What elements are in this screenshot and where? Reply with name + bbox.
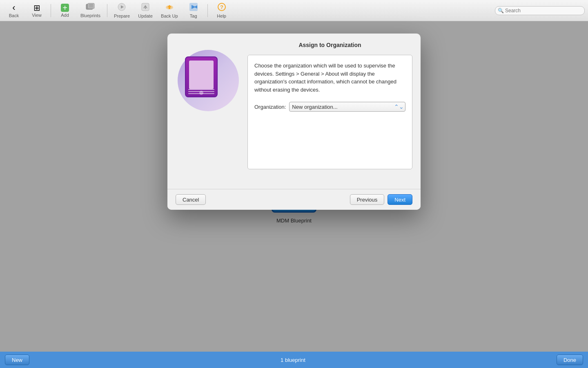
prepare-label: Prepare [114, 13, 130, 18]
view-icon: ⊞ [33, 4, 40, 12]
view-button[interactable]: ⊞ View [26, 2, 47, 20]
add-button[interactable]: + Add [54, 2, 76, 20]
back-icon [12, 3, 15, 12]
backup-label: Back Up [161, 13, 178, 18]
blueprints-icon [86, 3, 95, 12]
separator-2 [107, 4, 107, 17]
view-label: View [32, 13, 42, 18]
prepare-button[interactable]: Prepare [111, 2, 133, 20]
org-select-wrapper: New organization... ⌃⌄ [289, 102, 405, 112]
svg-text:?: ? [220, 4, 223, 10]
back-button[interactable]: Back [3, 2, 24, 20]
add-label: Add [61, 13, 69, 18]
modal-text-box: Choose the organization which will be us… [247, 55, 412, 169]
status-text: 1 blueprint [29, 357, 557, 363]
tag-icon [189, 2, 198, 13]
blueprints-label: Blueprints [80, 13, 100, 18]
search-wrapper: 🔍 [495, 6, 585, 15]
help-icon: ? [217, 2, 226, 13]
footer-left: Cancel [176, 194, 350, 205]
separator-1 [51, 4, 51, 17]
modal-overlay: Assign to Organization Choose the organi… [0, 21, 588, 352]
previous-button[interactable]: Previous [350, 194, 385, 205]
svg-rect-10 [169, 7, 170, 9]
blueprints-button[interactable]: Blueprints [77, 2, 104, 20]
main-content: MDM Blueprint [0, 21, 588, 352]
modal-body: Assign to Organization Choose the organi… [167, 34, 421, 189]
search-input[interactable] [495, 6, 585, 15]
modal-content-side: Assign to Organization Choose the organi… [247, 42, 412, 181]
tag-button[interactable]: Tag [183, 2, 204, 20]
bottom-bar: New 1 blueprint Done [0, 352, 588, 368]
cancel-button[interactable]: Cancel [176, 194, 206, 205]
help-label: Help [217, 13, 226, 18]
tablet-line-1 [188, 89, 214, 90]
tag-label: Tag [190, 13, 197, 18]
update-label: Update [138, 13, 152, 18]
org-label: Organization: [254, 104, 286, 110]
separator-3 [207, 4, 208, 17]
backup-icon [165, 2, 174, 13]
tablet-screen [189, 61, 214, 89]
modal-footer: Cancel Previous Next [167, 189, 421, 210]
add-icon: + [61, 4, 69, 12]
modal-title: Assign to Organization [247, 42, 412, 48]
help-button[interactable]: ? Help [211, 2, 232, 20]
modal-illustration [176, 42, 241, 181]
next-button[interactable]: Next [388, 194, 412, 205]
org-row: Organization: New organization... ⌃⌄ [254, 102, 405, 112]
back-label: Back [9, 13, 19, 18]
tablet-button [199, 91, 203, 95]
done-button[interactable]: Done [557, 355, 583, 365]
organization-select[interactable]: New organization... [289, 102, 405, 112]
illustration-circle [178, 50, 239, 111]
modal-description: Choose the organization which will be us… [254, 62, 405, 94]
new-button[interactable]: New [5, 355, 29, 365]
footer-right: Previous Next [350, 194, 412, 205]
modal-dialog: Assign to Organization Choose the organi… [167, 34, 421, 210]
update-icon [141, 2, 150, 13]
backup-button[interactable]: Back Up [158, 2, 181, 20]
update-button[interactable]: Update [135, 2, 156, 20]
toolbar: Back ⊞ View + Add Blueprints [0, 0, 588, 21]
tablet-device [185, 56, 218, 97]
prepare-icon [117, 2, 126, 13]
